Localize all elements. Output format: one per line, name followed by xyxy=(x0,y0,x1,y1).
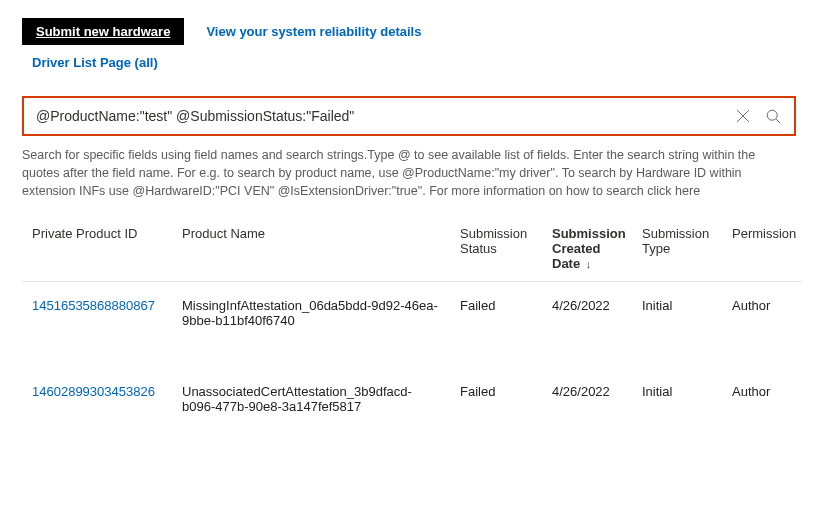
sort-descending-icon: ↓ xyxy=(586,258,592,270)
cell-product-name: UnassociatedCertAttestation_3b9dfacd-b09… xyxy=(172,368,450,454)
cell-product-name: MissingInfAttestation_06da5bdd-9d92-46ea… xyxy=(172,282,450,369)
clear-search-icon[interactable] xyxy=(732,105,754,127)
col-header-name[interactable]: Product Name xyxy=(172,218,450,282)
cell-permission: Author xyxy=(722,282,802,369)
svg-line-3 xyxy=(776,119,780,123)
results-table: Private Product ID Product Name Submissi… xyxy=(22,218,802,454)
search-icon[interactable] xyxy=(762,105,784,127)
table-header-row: Private Product ID Product Name Submissi… xyxy=(22,218,802,282)
driver-list-page-link[interactable]: Driver List Page (all) xyxy=(32,55,158,70)
help-here-link[interactable]: here xyxy=(675,184,700,198)
table-row: 14516535868880867 MissingInfAttestation_… xyxy=(22,282,802,369)
svg-point-2 xyxy=(767,110,777,120)
cell-status: Failed xyxy=(450,282,542,369)
system-reliability-link[interactable]: View your system reliability details xyxy=(206,24,421,39)
help-body: Search for specific fields using field n… xyxy=(22,148,755,198)
cell-type: Initial xyxy=(632,368,722,454)
col-header-created-date[interactable]: Submission Created Date ↓ xyxy=(542,218,632,282)
search-bar xyxy=(22,96,796,136)
col-header-permission[interactable]: Permission xyxy=(722,218,802,282)
submit-new-hardware-button[interactable]: Submit new hardware xyxy=(22,18,184,45)
table-row: 14602899303453826 UnassociatedCertAttest… xyxy=(22,368,802,454)
cell-type: Initial xyxy=(632,282,722,369)
col-header-status[interactable]: Submission Status xyxy=(450,218,542,282)
product-id-link[interactable]: 14516535868880867 xyxy=(32,298,155,313)
col-header-type[interactable]: Submission Type xyxy=(632,218,722,282)
cell-date: 4/26/2022 xyxy=(542,282,632,369)
search-input[interactable] xyxy=(36,108,724,124)
cell-date: 4/26/2022 xyxy=(542,368,632,454)
secondary-link-row: Driver List Page (all) xyxy=(0,55,818,70)
cell-status: Failed xyxy=(450,368,542,454)
top-action-bar: Submit new hardware View your system rel… xyxy=(0,18,818,45)
search-help-text: Search for specific fields using field n… xyxy=(0,146,818,200)
col-header-id[interactable]: Private Product ID xyxy=(22,218,172,282)
product-id-link[interactable]: 14602899303453826 xyxy=(32,384,155,399)
cell-permission: Author xyxy=(722,368,802,454)
